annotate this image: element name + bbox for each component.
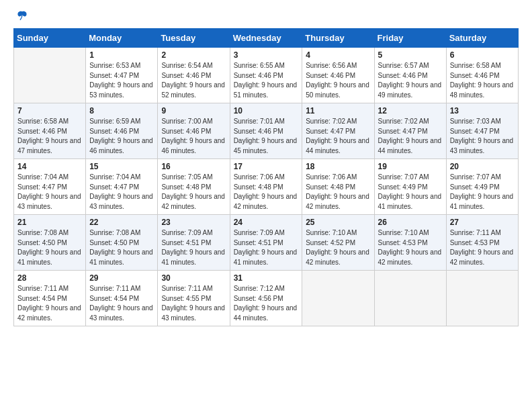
calendar-table: Sunday Monday Tuesday Wednesday Thursday…: [13, 28, 519, 326]
calendar-week-row: 21Sunrise: 7:08 AM Sunset: 4:50 PM Dayli…: [14, 215, 519, 271]
table-row: 26Sunrise: 7:10 AM Sunset: 4:53 PM Dayli…: [374, 215, 446, 271]
col-monday: Monday: [86, 29, 158, 48]
col-wednesday: Wednesday: [230, 29, 302, 48]
day-info: Sunrise: 7:04 AM Sunset: 4:47 PM Dayligh…: [89, 173, 154, 212]
col-thursday: Thursday: [302, 29, 374, 48]
day-info: Sunrise: 7:02 AM Sunset: 4:47 PM Dayligh…: [306, 117, 370, 156]
table-row: 25Sunrise: 7:10 AM Sunset: 4:52 PM Dayli…: [302, 215, 374, 271]
table-row: 10Sunrise: 7:01 AM Sunset: 4:46 PM Dayli…: [230, 103, 302, 159]
day-number: 21: [17, 218, 82, 227]
day-number: 2: [161, 50, 226, 60]
day-info: Sunrise: 7:10 AM Sunset: 4:52 PM Dayligh…: [306, 228, 370, 267]
day-number: 19: [378, 162, 443, 171]
table-row: 28Sunrise: 7:11 AM Sunset: 4:54 PM Dayli…: [14, 271, 86, 326]
day-info: Sunrise: 7:04 AM Sunset: 4:47 PM Dayligh…: [17, 173, 82, 212]
calendar-week-row: 7Sunrise: 6:58 AM Sunset: 4:46 PM Daylig…: [14, 103, 519, 159]
day-number: 18: [306, 162, 370, 171]
calendar-week-row: 28Sunrise: 7:11 AM Sunset: 4:54 PM Dayli…: [14, 271, 519, 326]
table-row: 19Sunrise: 7:07 AM Sunset: 4:49 PM Dayli…: [374, 159, 446, 215]
day-number: 4: [306, 50, 370, 60]
table-row: [14, 48, 86, 103]
day-info: Sunrise: 6:57 AM Sunset: 4:46 PM Dayligh…: [378, 61, 443, 100]
day-number: 31: [234, 273, 299, 283]
day-info: Sunrise: 7:11 AM Sunset: 4:53 PM Dayligh…: [450, 228, 515, 267]
day-number: 23: [161, 218, 226, 227]
day-info: Sunrise: 7:09 AM Sunset: 4:51 PM Dayligh…: [161, 228, 226, 267]
day-info: Sunrise: 7:11 AM Sunset: 4:54 PM Dayligh…: [17, 284, 82, 323]
table-row: 15Sunrise: 7:04 AM Sunset: 4:47 PM Dayli…: [86, 159, 158, 215]
page: Sunday Monday Tuesday Wednesday Thursday…: [0, 0, 532, 411]
day-info: Sunrise: 7:11 AM Sunset: 4:55 PM Dayligh…: [161, 284, 226, 323]
table-row: [302, 271, 374, 326]
calendar-header-row: Sunday Monday Tuesday Wednesday Thursday…: [14, 29, 519, 48]
col-friday: Friday: [374, 29, 446, 48]
calendar-week-row: 14Sunrise: 7:04 AM Sunset: 4:47 PM Dayli…: [14, 159, 519, 215]
day-info: Sunrise: 7:03 AM Sunset: 4:47 PM Dayligh…: [450, 117, 515, 156]
day-info: Sunrise: 6:56 AM Sunset: 4:46 PM Dayligh…: [306, 61, 370, 100]
day-number: 12: [378, 106, 443, 116]
table-row: 29Sunrise: 7:11 AM Sunset: 4:54 PM Dayli…: [86, 271, 158, 326]
day-number: 22: [89, 218, 154, 227]
table-row: 6Sunrise: 6:58 AM Sunset: 4:46 PM Daylig…: [446, 48, 518, 103]
table-row: 20Sunrise: 7:07 AM Sunset: 4:49 PM Dayli…: [446, 159, 518, 215]
day-info: Sunrise: 7:01 AM Sunset: 4:46 PM Dayligh…: [234, 117, 299, 156]
table-row: 13Sunrise: 7:03 AM Sunset: 4:47 PM Dayli…: [446, 103, 518, 159]
day-info: Sunrise: 7:10 AM Sunset: 4:53 PM Dayligh…: [378, 228, 443, 267]
table-row: 2Sunrise: 6:54 AM Sunset: 4:46 PM Daylig…: [158, 48, 230, 103]
day-number: 8: [89, 106, 154, 116]
day-info: Sunrise: 7:09 AM Sunset: 4:51 PM Dayligh…: [234, 228, 299, 267]
day-info: Sunrise: 7:07 AM Sunset: 4:49 PM Dayligh…: [450, 173, 515, 212]
table-row: 11Sunrise: 7:02 AM Sunset: 4:47 PM Dayli…: [302, 103, 374, 159]
table-row: 4Sunrise: 6:56 AM Sunset: 4:46 PM Daylig…: [302, 48, 374, 103]
day-number: 6: [450, 50, 515, 60]
day-number: 3: [234, 50, 299, 60]
logo-bird-icon: [15, 9, 30, 24]
table-row: 18Sunrise: 7:06 AM Sunset: 4:48 PM Dayli…: [302, 159, 374, 215]
col-tuesday: Tuesday: [158, 29, 230, 48]
day-info: Sunrise: 6:53 AM Sunset: 4:47 PM Dayligh…: [89, 61, 154, 100]
calendar-week-row: 1Sunrise: 6:53 AM Sunset: 4:47 PM Daylig…: [14, 48, 519, 103]
col-saturday: Saturday: [446, 29, 518, 48]
day-number: 26: [378, 218, 443, 227]
day-info: Sunrise: 6:58 AM Sunset: 4:46 PM Dayligh…: [450, 61, 515, 100]
day-number: 5: [378, 50, 443, 60]
table-row: 24Sunrise: 7:09 AM Sunset: 4:51 PM Dayli…: [230, 215, 302, 271]
day-info: Sunrise: 7:00 AM Sunset: 4:46 PM Dayligh…: [161, 117, 226, 156]
day-number: 29: [89, 273, 154, 283]
day-number: 25: [306, 218, 370, 227]
day-info: Sunrise: 7:07 AM Sunset: 4:49 PM Dayligh…: [378, 173, 443, 212]
table-row: 8Sunrise: 6:59 AM Sunset: 4:46 PM Daylig…: [86, 103, 158, 159]
day-info: Sunrise: 7:06 AM Sunset: 4:48 PM Dayligh…: [306, 173, 370, 212]
table-row: 21Sunrise: 7:08 AM Sunset: 4:50 PM Dayli…: [14, 215, 86, 271]
day-info: Sunrise: 6:54 AM Sunset: 4:46 PM Dayligh…: [161, 61, 226, 100]
day-number: 11: [306, 106, 370, 116]
header: [13, 12, 519, 21]
table-row: [374, 271, 446, 326]
day-info: Sunrise: 7:11 AM Sunset: 4:54 PM Dayligh…: [89, 284, 154, 323]
table-row: 31Sunrise: 7:12 AM Sunset: 4:56 PM Dayli…: [230, 271, 302, 326]
table-row: 23Sunrise: 7:09 AM Sunset: 4:51 PM Dayli…: [158, 215, 230, 271]
day-number: 14: [17, 162, 82, 171]
day-info: Sunrise: 7:05 AM Sunset: 4:48 PM Dayligh…: [161, 173, 226, 212]
logo: [13, 12, 30, 21]
table-row: 5Sunrise: 6:57 AM Sunset: 4:46 PM Daylig…: [374, 48, 446, 103]
day-info: Sunrise: 7:02 AM Sunset: 4:47 PM Dayligh…: [378, 117, 443, 156]
day-number: 27: [450, 218, 515, 227]
day-info: Sunrise: 7:06 AM Sunset: 4:48 PM Dayligh…: [234, 173, 299, 212]
day-number: 17: [234, 162, 299, 171]
table-row: 17Sunrise: 7:06 AM Sunset: 4:48 PM Dayli…: [230, 159, 302, 215]
table-row: 16Sunrise: 7:05 AM Sunset: 4:48 PM Dayli…: [158, 159, 230, 215]
day-info: Sunrise: 7:08 AM Sunset: 4:50 PM Dayligh…: [89, 228, 154, 267]
day-number: 16: [161, 162, 226, 171]
day-number: 1: [89, 50, 154, 60]
table-row: [446, 271, 518, 326]
table-row: 9Sunrise: 7:00 AM Sunset: 4:46 PM Daylig…: [158, 103, 230, 159]
day-number: 13: [450, 106, 515, 116]
table-row: 14Sunrise: 7:04 AM Sunset: 4:47 PM Dayli…: [14, 159, 86, 215]
day-number: 7: [17, 106, 82, 116]
day-info: Sunrise: 6:59 AM Sunset: 4:46 PM Dayligh…: [89, 117, 154, 156]
day-number: 28: [17, 273, 82, 283]
day-number: 30: [161, 273, 226, 283]
day-number: 20: [450, 162, 515, 171]
day-info: Sunrise: 6:55 AM Sunset: 4:46 PM Dayligh…: [234, 61, 299, 100]
